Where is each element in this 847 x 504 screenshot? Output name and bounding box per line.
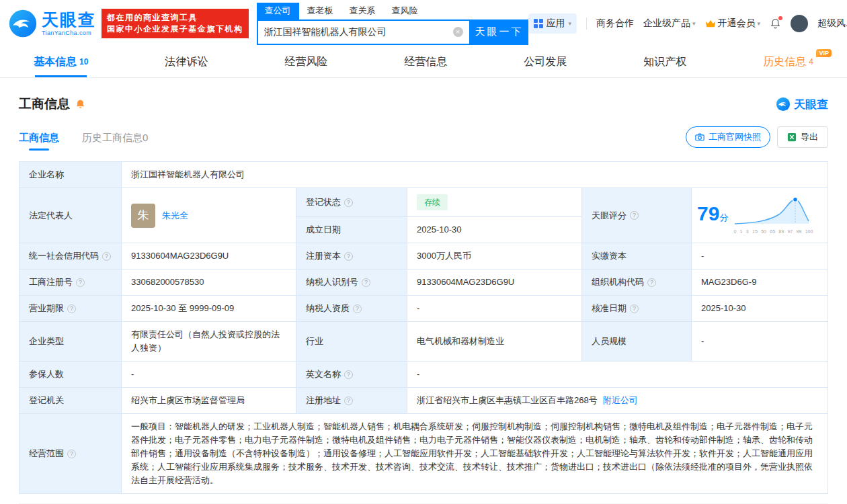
score-unit: 分: [719, 212, 728, 222]
search-input-wrap: ×: [257, 19, 471, 45]
tianyancha-logo-icon: [8, 9, 38, 38]
promo-banner-line1: 都在用的商业查询工具: [107, 12, 243, 24]
help-icon[interactable]: ?: [67, 304, 76, 313]
search-tab-boss[interactable]: 查老板: [299, 3, 341, 19]
tab-operating-info[interactable]: 经营信息: [404, 47, 447, 77]
top-header: 天眼查 TianYanCha.com 都在用的商业查询工具 国家中小企业发展子基…: [0, 0, 847, 47]
search-tab-relation[interactable]: 查关系: [341, 3, 384, 19]
value-registered-capital: 3000万人民币: [407, 243, 582, 269]
label-establish-date: 成立日期: [296, 217, 407, 243]
search-tab-company[interactable]: 查公司: [257, 3, 299, 19]
open-vip-link[interactable]: 开通会员 ▾: [705, 17, 761, 30]
label-org-code: 组织机构代码 ?: [582, 269, 692, 296]
label-text: 工商注册号: [29, 276, 73, 289]
username-menu[interactable]: 超级风... ▾: [817, 17, 847, 30]
value-business-scope: 一般项目：智能机器人的研发；工业机器人制造；智能机器人销售；机电耦合系统研发；伺…: [122, 414, 828, 494]
business-cooperation-link[interactable]: 商务合作: [596, 17, 634, 30]
tab-legal-lawsuits[interactable]: 法律诉讼: [165, 47, 208, 77]
tab-company-development[interactable]: 公司发展: [524, 47, 567, 77]
help-icon[interactable]: ?: [344, 198, 353, 207]
label-legal-representative: 法定代表人: [19, 188, 122, 243]
apps-grid-icon: [534, 19, 543, 28]
label-staff-size: 人员规模: [582, 322, 692, 362]
label-text: 天眼评分: [592, 209, 627, 222]
monitor-bell-icon[interactable]: [75, 99, 85, 110]
table-row: 经营范围 ? 一般项目：智能机器人的研发；工业机器人制造；智能机器人销售；机电耦…: [19, 414, 828, 494]
tab-basic-info[interactable]: 基本信息 10: [34, 47, 88, 77]
camera-icon: [695, 133, 704, 141]
page-title: 工商信息: [19, 95, 70, 113]
tianyancha-logo[interactable]: 天眼查 TianYanCha.com: [8, 9, 96, 38]
help-icon[interactable]: ?: [344, 370, 353, 379]
nearby-companies-link[interactable]: 附近公司: [603, 395, 638, 405]
subtab-business-info[interactable]: 工商信息: [19, 132, 59, 151]
label-text: 统一社会信用代码: [29, 249, 99, 263]
tab-intellectual-property[interactable]: 知识产权: [643, 47, 686, 77]
table-row: 统一社会信用代码 ? 91330604MAG23D6G9U 注册资本 ? 300…: [19, 243, 828, 269]
official-snapshot-button[interactable]: 工商官网快照: [686, 126, 770, 148]
label-registered-capital: 注册资本 ?: [296, 243, 407, 269]
label-text: 纳税人识别号: [306, 276, 358, 289]
business-info-table: 企业名称 浙江国祥智能机器人有限公司 法定代表人 朱 朱光全 登记状态 ? 存续: [19, 161, 828, 494]
value-registration-number: 330682000578530: [122, 269, 296, 296]
label-text: 注册资本: [306, 249, 341, 263]
logo-domain: TianYanCha.com: [42, 30, 96, 36]
export-button[interactable]: 导出: [777, 126, 828, 148]
tab-legal-lawsuits-label: 法律诉讼: [165, 55, 208, 69]
score-curve-chart: [733, 193, 813, 226]
open-vip-label: 开通会员: [718, 17, 756, 30]
search-area: 查公司 查老板 查关系 查风险 × 天眼一下: [257, 3, 528, 45]
subtab-history-business-info[interactable]: 历史工商信息0: [82, 132, 148, 151]
enterprise-products-link[interactable]: 企业级产品 ▾: [643, 17, 696, 30]
table-row: 企业类型 有限责任公司（自然人投资或控股的法人独资） 行业 电气机械和器材制造业…: [19, 322, 828, 362]
value-taxpayer-id: 91330604MAG23D6G9U: [407, 269, 582, 296]
help-icon[interactable]: ?: [344, 252, 353, 261]
label-text: 经营范围: [29, 447, 64, 460]
divider: [586, 17, 587, 30]
tab-basic-info-count: 10: [79, 57, 88, 67]
tab-history-info[interactable]: 历史信息 4 VIP: [763, 47, 813, 77]
search-button[interactable]: 天眼一下: [471, 19, 528, 45]
help-icon[interactable]: ?: [67, 450, 76, 458]
legal-rep-link[interactable]: 朱光全: [162, 209, 188, 222]
notification-bell-icon[interactable]: [770, 17, 781, 30]
help-icon[interactable]: ?: [353, 304, 362, 313]
value-registered-address: 浙江省绍兴市上虞区丰惠镇工业区百丰路268号附近公司: [407, 388, 828, 414]
help-icon[interactable]: ?: [344, 396, 353, 405]
tab-operating-risk[interactable]: 经营风险: [284, 47, 327, 77]
legal-rep-avatar[interactable]: 朱: [131, 204, 155, 228]
help-icon[interactable]: ?: [362, 278, 370, 287]
tab-company-development-label: 公司发展: [524, 55, 567, 69]
user-avatar[interactable]: [791, 15, 808, 32]
apps-menu[interactable]: 应用 ▾: [528, 13, 577, 34]
search-tab-risk[interactable]: 查风险: [384, 3, 426, 19]
value-staff-size: -: [692, 322, 828, 362]
help-icon[interactable]: ?: [102, 252, 111, 261]
address-text: 浙江省绍兴市上虞区丰惠镇工业区百丰路268号: [417, 395, 598, 405]
label-text: 注册地址: [306, 394, 341, 407]
value-taxpayer-quality: -: [407, 296, 582, 322]
score-link[interactable]: 79分 01 315 5065 8997: [697, 193, 822, 239]
score-axis-ticks: 01 315 5065 8997 99100: [733, 225, 813, 239]
tab-operating-info-label: 经营信息: [404, 55, 447, 69]
value-establish-date: 2025-10-30: [407, 217, 582, 243]
help-icon[interactable]: ?: [76, 278, 85, 287]
value-registration-status: 存续: [407, 188, 582, 217]
help-icon[interactable]: ?: [647, 278, 656, 287]
business-cooperation-label: 商务合作: [596, 17, 634, 30]
notification-dot: [778, 16, 782, 20]
clear-search-icon[interactable]: ×: [453, 27, 463, 37]
promo-banner: 都在用的商业查询工具 国家中小企业发展子基金旗下机构: [102, 9, 249, 38]
help-icon[interactable]: ?: [630, 211, 639, 220]
tab-operating-risk-label: 经营风险: [284, 55, 327, 69]
value-approval-date: 2025-10-30: [692, 296, 828, 322]
vip-badge: VIP: [816, 49, 832, 57]
value-company-name: 浙江国祥智能机器人有限公司: [122, 162, 828, 188]
crown-icon: [705, 19, 716, 28]
help-icon[interactable]: ?: [630, 304, 639, 313]
table-row: 营业期限 ? 2025-10-30 至 9999-09-09 纳税人资质 ? -…: [19, 296, 828, 322]
tab-intellectual-property-label: 知识产权: [643, 55, 686, 69]
table-row: 登记机关 绍兴市上虞区市场监督管理局 注册地址 ? 浙江省绍兴市上虞区丰惠镇工业…: [19, 388, 828, 414]
apps-label: 应用: [547, 17, 565, 30]
search-input[interactable]: [264, 27, 453, 38]
